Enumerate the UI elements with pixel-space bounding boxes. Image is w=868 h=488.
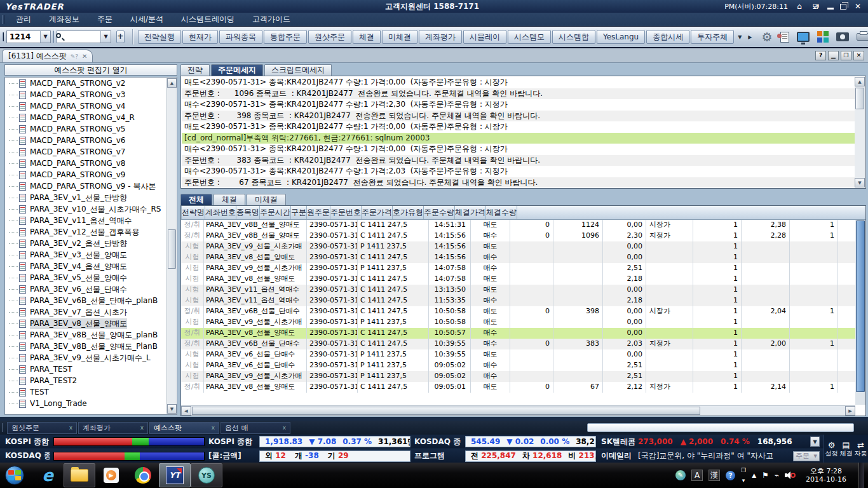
strategy-tree-item[interactable]: MACD_PARA_STRONG_v7 [5,146,177,158]
strategy-tree-item[interactable]: MACD_PARA_STRONG_v2 [5,78,177,89]
message-tab[interactable]: 스크립트메세지 [264,64,332,76]
order-message-row[interactable]: 매도<2390-0571-31> 종목:KR4201JB2477 수량:1 가격… [182,77,855,88]
restore-icon[interactable] [840,4,846,10]
table-row[interactable]: 시험 PARA_3EV_v9_선물_시초가매 2390-0571-31 P 14… [181,317,855,328]
strategy-tree-item[interactable]: PARA_TEST2 [5,375,177,386]
table-vertical-scrollbar[interactable] [855,220,865,405]
toolbar-button[interactable]: 시스템모 [508,30,551,44]
docked-tab[interactable]: 원샷주문 x [7,422,77,434]
docked-tab[interactable]: 옵션 매 x [220,422,290,434]
scrollbar-thumb[interactable] [856,220,865,392]
table-row[interactable]: 시험 PARA_3EV_v11_옵션_역매수 2390-0571-31 C 14… [181,285,855,295]
screenshot-camera-icon[interactable] [836,32,849,41]
stock-select-dropdown[interactable]: ▼ [810,437,820,447]
order-message-row[interactable]: 매수<2390-0571-31> 종목:KR4201JB2477 수량:1 가격… [182,99,855,111]
strategy-tree-item[interactable]: PARA_TEST [5,363,177,375]
column-header[interactable]: 체결수량 [486,206,517,219]
table-row[interactable]: 정/취 PARA_3EV_v8_선물_양매도 2390-0571-31 C 14… [181,382,855,393]
column-header[interactable]: 호가유형 [393,206,424,219]
strategy-tree-item[interactable]: PARA_3EV_v10_선물_시초가매수_RS [5,203,177,215]
message-tab[interactable]: 주문메세지 [211,64,263,76]
order-table-tab[interactable]: 전체 [180,194,212,205]
taskbar-yestrader-icon[interactable]: YT [159,463,191,487]
screen-code-combo[interactable]: ▼ [6,30,51,43]
toolbar-button[interactable]: 전략실행 [138,30,181,44]
table-row[interactable]: 시험 PARA_3EV_v9_선물_시초가매 2390-0571-31 P 14… [181,371,855,382]
strategy-tree-item[interactable]: PARA_3EV_v11_옵션_역매수 [5,215,177,226]
toolbar-overflow-icon[interactable]: ▼ [735,34,745,40]
window-switch-icon[interactable]: ❐▾ [741,465,746,485]
monitor-icon[interactable]: 🖳 [811,3,821,10]
strategy-tree-item[interactable]: PARA_3EV_v8B_선물_양매도_PlanB [5,341,177,352]
strategy-tree-item[interactable]: MACD_PARA_STRONG_v4_R [5,112,177,123]
ime-hanja-icon[interactable]: 漢 [709,470,720,481]
strategy-tree-item[interactable]: MACD_PARA_STRONG_v5 [5,123,177,135]
help-icon[interactable]: ? [726,471,735,480]
column-header[interactable]: 주문수량 [424,206,455,219]
menu-item[interactable]: 고객가이드 [243,13,299,26]
order-message-row[interactable]: 주문번호 : 1096 종목코드 : KR4201JB2477 전송완료 되었습… [182,88,855,100]
toolbar-button[interactable]: 시스템합 [552,30,595,44]
toolbar-button[interactable]: 투자주체 [691,30,734,44]
strategy-tree-item[interactable]: V1_Long_Trade [5,398,177,409]
docked-tab[interactable]: 예스스팟 x [149,422,219,434]
toolbar-button[interactable]: 계좌평가 [419,30,462,44]
toolbar-button[interactable]: 종합시세 [646,30,689,44]
column-header[interactable]: 주문번호 [330,206,362,219]
message-tab[interactable]: 전략 [180,64,210,76]
table-row[interactable]: 시험 PARA_3EV_v9_선물_시초가매 2390-0571-31 P 14… [181,241,855,252]
printer-icon[interactable] [857,33,868,41]
taskbar-explorer-icon[interactable] [64,463,95,487]
strategy-tree-item[interactable]: MACD_PARA_STRONG_v8 [5,158,177,169]
ime-english-icon[interactable]: A [691,470,703,481]
strategy-tree-item[interactable]: TEST [5,386,177,398]
mdi-restore-button[interactable]: ❐ [841,51,851,60]
search-button[interactable] [53,30,54,43]
mdi-close-button[interactable]: ✕ [853,51,864,60]
mdi-minimize-button[interactable]: ▁ [828,51,839,60]
strategy-tree-item[interactable]: PARA_3EV_v7_옵션_시초가 [5,306,177,318]
taskbar-yesspot-icon[interactable]: YS [191,463,222,487]
mdi-help-button[interactable]: ? [815,51,826,60]
column-header[interactable]: 계좌번호 [205,206,236,219]
chevron-down-icon[interactable]: ▼ [100,31,111,43]
strategy-tree-item[interactable]: PARA_3EV_v9_선물_시초가매수_L [5,352,177,363]
close-icon[interactable]: ✕ [853,3,863,10]
tab-close-icon[interactable]: x [212,424,215,431]
strategy-tree-item[interactable]: PARA_3EV_v2_옵션_단방향 [5,238,177,249]
column-header[interactable]: 주문시간 [260,206,291,219]
scrollbar-thumb[interactable] [192,407,700,415]
column-header[interactable]: 원주문 [307,206,330,219]
toolbar-button[interactable]: 원샷주문 [308,30,351,44]
toolbar-expand-icon[interactable]: ▶ [745,34,755,40]
table-row[interactable]: 정/취 PARA_3EV_v8B_선물_양매도 2390-0571-31 C 1… [181,220,855,231]
tree-scrollbar[interactable]: ▲ ▼ [166,78,176,414]
table-row[interactable]: 시험 PARA_3EV_v9_선물_시초가매 2390-0571-31 P 14… [181,263,855,274]
scroll-up-icon[interactable]: ▲ [855,77,865,86]
order-table-tab[interactable]: 미체결 [247,194,286,205]
minimize-icon[interactable] [827,8,834,10]
tab-close-icon[interactable]: ✕ [82,53,87,60]
status-side-button[interactable]: ▤ 체결 [839,435,853,463]
strategy-tree-item[interactable]: PARA_3EV_v4_옵션_양매도 [5,261,177,272]
toolbar-grip[interactable] [3,32,4,41]
order-table-tab[interactable]: 체결 [214,194,245,205]
menu-item[interactable]: 관리 [7,13,40,26]
message-scrollbar[interactable]: ▲ ▼ [855,77,865,187]
open-spot-editor-button[interactable]: 예스스팟 편집기 열기 [4,64,177,76]
menu-item[interactable]: 시세/분석 [121,13,172,26]
strategy-tree-item[interactable]: MACD_PARA_STRONG_v3 [5,89,177,100]
order-message-row[interactable]: 매도<2390-0571-31> 종목:KR4201JB2477 수량:1 가격… [182,121,855,133]
order-message-row[interactable]: 매수<2390-0571-31> 종목:KR4201JB2477 수량:1 가격… [182,166,855,177]
toolbar-button[interactable]: 통합주문 [264,30,307,44]
toolbar-button[interactable]: YesLangu [597,30,645,44]
column-header[interactable]: 종목명 [236,206,260,219]
strategy-tree-item[interactable]: MACD_PARA_STRONG_v9 - 복사본 [5,180,177,192]
toolbar-button[interactable]: 체결 [353,30,381,44]
scrollbar-thumb[interactable] [168,229,176,269]
news-ticker[interactable]: [국감]교문위, 야 "누리과정" 여 "자사고 [638,451,793,461]
news-combo[interactable]: 주문 ▼ [793,451,820,461]
order-message-row[interactable]: 주문번호 : 383 종목코드 : KR4201JB2477 전송완료 되었습니… [182,155,855,166]
scroll-down-icon[interactable]: ▼ [167,404,177,414]
start-button[interactable] [5,466,24,485]
